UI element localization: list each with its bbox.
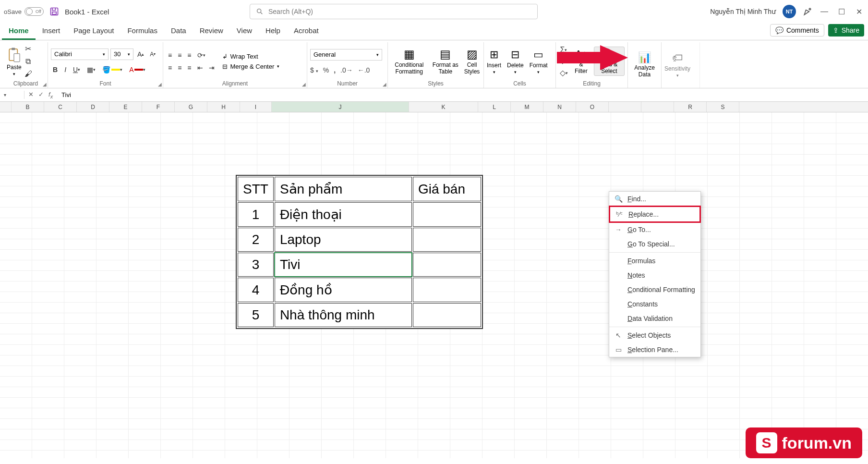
italic-button[interactable]: I: [62, 65, 68, 74]
align-right-icon[interactable]: ≡: [185, 63, 193, 73]
maximize-button[interactable]: ☐: [836, 7, 847, 16]
col-header-C[interactable]: C: [44, 102, 77, 112]
copy-icon[interactable]: ⧉: [24, 57, 33, 66]
tab-home[interactable]: Home: [2, 23, 36, 40]
tab-help[interactable]: Help: [259, 23, 287, 40]
menu-item-go-to-special[interactable]: Go To Special...: [609, 237, 700, 251]
col-header-R[interactable]: R: [674, 102, 707, 112]
menu-item-selection-pane[interactable]: ▭Selection Pane...: [609, 342, 700, 357]
menu-item-constants[interactable]: Constants: [609, 297, 700, 311]
font-size-select[interactable]: 30▾: [110, 49, 133, 60]
col-header-H[interactable]: H: [207, 102, 240, 112]
decrease-indent-icon[interactable]: ⇤: [195, 63, 205, 73]
align-middle-icon[interactable]: ≡: [176, 50, 183, 60]
cell-stt[interactable]: 4: [238, 278, 274, 302]
increase-indent-icon[interactable]: ⇥: [207, 63, 217, 73]
cell-product[interactable]: Đồng hồ: [275, 278, 412, 302]
col-header-N[interactable]: N: [543, 102, 576, 112]
col-header-I[interactable]: I: [240, 102, 272, 112]
clear-icon[interactable]: ◇▾: [559, 68, 568, 78]
tab-insert[interactable]: Insert: [36, 23, 67, 40]
align-center-icon[interactable]: ≡: [176, 63, 183, 73]
cell-price[interactable]: [413, 303, 481, 327]
autosum-icon[interactable]: Σ▾: [559, 45, 568, 55]
autosave[interactable]: oSave Off: [4, 7, 44, 16]
font-color-icon[interactable]: A▾: [127, 65, 147, 74]
borders-icon[interactable]: ▦ ▾: [85, 65, 97, 74]
sort-filter-button[interactable]: A↓ & Filter: [574, 48, 588, 74]
merge-center-button[interactable]: ⊟ Merge & Center ▾: [222, 63, 280, 70]
increase-decimal-icon[interactable]: .0→: [340, 66, 353, 74]
header-price[interactable]: Giá bán: [413, 177, 481, 201]
tab-view[interactable]: View: [230, 23, 259, 40]
analyze-data-button[interactable]: 📊 Analyze Data: [631, 51, 658, 77]
cell-stt[interactable]: 2: [238, 228, 274, 252]
tab-data[interactable]: Data: [164, 23, 193, 40]
autosave-toggle[interactable]: Off: [24, 7, 44, 16]
menu-item-replace[interactable]: ᵇ⁄ᶜReplace...: [609, 206, 701, 223]
cell-product[interactable]: Điện thoại: [275, 202, 412, 227]
col-header-Q[interactable]: [641, 102, 674, 112]
cell-price[interactable]: [413, 278, 481, 302]
fill-icon[interactable]: ⬇▾: [559, 57, 568, 66]
menu-item-go-to[interactable]: →Go To...: [609, 222, 700, 237]
alignment-dialog-launcher[interactable]: ◢: [302, 82, 306, 87]
cell-price[interactable]: [413, 228, 481, 252]
minimize-button[interactable]: —: [819, 7, 830, 16]
grid-body[interactable]: STT Sản phẩm Giá bán 1Điện thoại2Laptop3…: [0, 112, 868, 458]
col-header-B[interactable]: B: [12, 102, 44, 112]
name-box[interactable]: ▾: [0, 92, 24, 98]
column-headers[interactable]: BCDEFGHIJKLMNORS: [0, 102, 868, 112]
tab-page-layout[interactable]: Page Layout: [67, 23, 121, 40]
decrease-font-icon[interactable]: A▾: [148, 50, 157, 59]
orientation-icon[interactable]: ⟳▾: [195, 50, 207, 60]
tab-acrobat[interactable]: Acrobat: [287, 23, 326, 40]
conditional-formatting-button[interactable]: ▦ Conditional Formatting: [391, 48, 428, 74]
cell-product[interactable]: Laptop: [275, 228, 412, 252]
tab-review[interactable]: Review: [193, 23, 230, 40]
paste-button[interactable]: Paste ▾: [7, 47, 22, 76]
cell-product[interactable]: Tivi: [275, 253, 412, 277]
wrap-text-button[interactable]: ↲ Wrap Text: [222, 53, 280, 60]
decrease-decimal-icon[interactable]: ←.0: [358, 66, 370, 74]
fx-icon[interactable]: fx: [48, 91, 53, 99]
underline-button[interactable]: U ▾: [71, 65, 82, 74]
format-painter-icon[interactable]: 🖌: [24, 69, 33, 79]
menu-item-find[interactable]: 🔍Find...: [609, 192, 700, 206]
delete-cells-button[interactable]: ⊟ Delete▾: [507, 49, 524, 74]
find-select-button[interactable]: 🔍 Find & Select: [594, 47, 625, 75]
menu-item-select-objects[interactable]: ↖Select Objects: [609, 328, 700, 342]
cancel-formula-icon[interactable]: ✕: [28, 91, 34, 99]
align-bottom-icon[interactable]: ≡: [185, 50, 193, 60]
select-all-corner[interactable]: [0, 102, 12, 112]
align-top-icon[interactable]: ≡: [166, 50, 174, 60]
tab-formulas[interactable]: Formulas: [121, 23, 164, 40]
col-header-K[interactable]: K: [409, 102, 478, 112]
number-dialog-launcher[interactable]: ◢: [383, 82, 386, 87]
cell-price[interactable]: [413, 202, 481, 227]
col-header-G[interactable]: G: [175, 102, 207, 112]
header-product[interactable]: Sản phẩm: [275, 177, 412, 201]
bold-button[interactable]: B: [51, 65, 60, 74]
font-dialog-launcher[interactable]: ◢: [158, 82, 162, 87]
font-name-select[interactable]: Calibri▾: [51, 49, 108, 60]
col-header-L[interactable]: L: [478, 102, 511, 112]
close-button[interactable]: ✕: [854, 7, 864, 16]
format-as-table-button[interactable]: ▤ Format as Table: [433, 48, 458, 74]
col-header-M[interactable]: M: [511, 102, 543, 112]
cut-icon[interactable]: ✂: [24, 44, 33, 54]
comma-format-icon[interactable]: ,: [334, 66, 336, 74]
worksheet-grid[interactable]: BCDEFGHIJKLMNORS STT Sản phẩm Giá bán 1Đ…: [0, 102, 868, 458]
share-button[interactable]: ⇪ Share: [828, 24, 864, 37]
col-header-P[interactable]: [609, 102, 641, 112]
clipboard-dialog-launcher[interactable]: ◢: [43, 82, 47, 87]
number-format-select[interactable]: General▾: [310, 49, 382, 61]
col-header-F[interactable]: F: [142, 102, 175, 112]
comments-button[interactable]: 💬 Comments: [770, 24, 824, 37]
cell-product[interactable]: Nhà thông minh: [275, 303, 412, 327]
cell-styles-button[interactable]: ▨ Cell Styles: [463, 48, 481, 74]
menu-item-conditional-formatting[interactable]: Conditional Formatting: [609, 282, 700, 297]
col-header-E[interactable]: E: [109, 102, 142, 112]
formula-input[interactable]: Tivi: [57, 91, 868, 98]
format-cells-button[interactable]: ▭ Format▾: [530, 49, 548, 74]
